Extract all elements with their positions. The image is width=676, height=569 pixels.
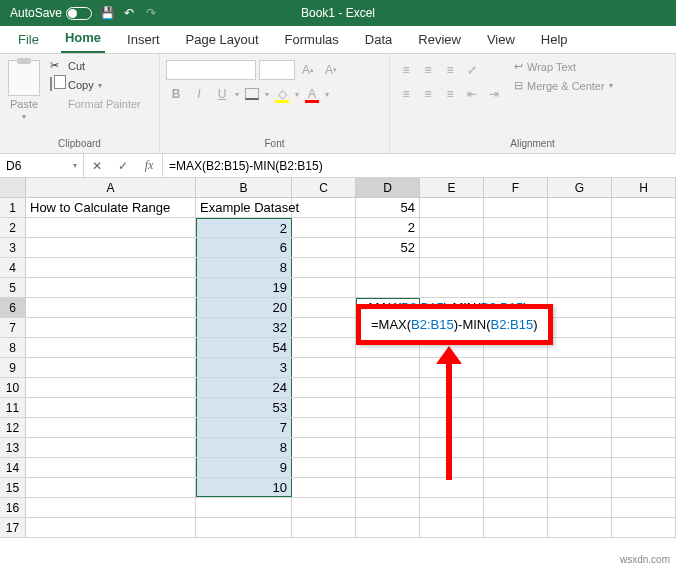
cell[interactable] xyxy=(292,198,356,217)
tab-view[interactable]: View xyxy=(483,26,519,53)
tab-insert[interactable]: Insert xyxy=(123,26,164,53)
cell[interactable]: 54 xyxy=(196,338,292,357)
cell[interactable] xyxy=(26,458,196,477)
cell[interactable]: 2 xyxy=(196,218,292,237)
cell[interactable] xyxy=(548,478,612,497)
cell[interactable]: 2 xyxy=(356,218,420,237)
format-painter-button[interactable]: Format Painter xyxy=(46,96,145,112)
cell[interactable] xyxy=(420,478,484,497)
cell[interactable]: 52 xyxy=(356,238,420,257)
tab-formulas[interactable]: Formulas xyxy=(281,26,343,53)
cell[interactable] xyxy=(420,258,484,277)
cell[interactable] xyxy=(26,438,196,457)
align-middle-icon[interactable]: ≡ xyxy=(418,60,438,80)
cell[interactable] xyxy=(548,498,612,517)
col-header-h[interactable]: H xyxy=(612,178,676,197)
cell[interactable] xyxy=(420,278,484,297)
cell[interactable] xyxy=(356,258,420,277)
row-header[interactable]: 9 xyxy=(0,358,26,377)
cell[interactable] xyxy=(26,498,196,517)
cell[interactable] xyxy=(612,498,676,517)
cell[interactable] xyxy=(292,498,356,517)
cell[interactable] xyxy=(548,518,612,537)
cell[interactable] xyxy=(356,458,420,477)
cell[interactable] xyxy=(196,518,292,537)
cell[interactable] xyxy=(292,238,356,257)
orientation-icon[interactable]: ⤢ xyxy=(462,60,482,80)
cell[interactable] xyxy=(548,258,612,277)
cell[interactable] xyxy=(356,278,420,297)
tab-file[interactable]: File xyxy=(14,26,43,53)
cell[interactable]: 32 xyxy=(196,318,292,337)
cell[interactable] xyxy=(26,398,196,417)
row-header[interactable]: 1 xyxy=(0,198,26,217)
tab-help[interactable]: Help xyxy=(537,26,572,53)
cell[interactable] xyxy=(612,358,676,377)
cell[interactable]: 3 xyxy=(196,358,292,377)
tab-data[interactable]: Data xyxy=(361,26,396,53)
underline-button[interactable]: U xyxy=(212,84,232,104)
cell[interactable] xyxy=(420,398,484,417)
cell[interactable] xyxy=(420,518,484,537)
cell[interactable] xyxy=(484,438,548,457)
copy-button[interactable]: Copy ▾ xyxy=(46,77,145,93)
undo-icon[interactable]: ↶ xyxy=(122,6,136,20)
cell[interactable] xyxy=(612,338,676,357)
cell[interactable]: 8 xyxy=(196,258,292,277)
row-header[interactable]: 14 xyxy=(0,458,26,477)
cell[interactable] xyxy=(420,458,484,477)
cell[interactable] xyxy=(356,478,420,497)
tab-home[interactable]: Home xyxy=(61,24,105,53)
paste-button[interactable]: Paste ▾ xyxy=(6,58,42,136)
cell[interactable] xyxy=(356,418,420,437)
cell[interactable] xyxy=(548,418,612,437)
cell[interactable] xyxy=(612,418,676,437)
merge-center-button[interactable]: ⊟Merge & Center ▾ xyxy=(514,79,613,92)
cell[interactable]: 20 xyxy=(196,298,292,317)
cell[interactable] xyxy=(484,398,548,417)
cell[interactable] xyxy=(548,378,612,397)
cell[interactable] xyxy=(420,498,484,517)
cell[interactable] xyxy=(612,238,676,257)
col-header-g[interactable]: G xyxy=(548,178,612,197)
cell[interactable] xyxy=(548,198,612,217)
cut-button[interactable]: ✂Cut xyxy=(46,58,145,74)
cell[interactable] xyxy=(26,518,196,537)
row-header[interactable]: 11 xyxy=(0,398,26,417)
bold-button[interactable]: B xyxy=(166,84,186,104)
col-header-c[interactable]: C xyxy=(292,178,356,197)
cell[interactable] xyxy=(612,438,676,457)
cell[interactable] xyxy=(484,518,548,537)
col-header-e[interactable]: E xyxy=(420,178,484,197)
cell[interactable] xyxy=(612,398,676,417)
cell[interactable]: 8 xyxy=(196,438,292,457)
cell[interactable] xyxy=(612,198,676,217)
cell[interactable]: 10 xyxy=(196,478,292,497)
cell[interactable] xyxy=(612,298,676,317)
cell[interactable] xyxy=(484,458,548,477)
cell[interactable] xyxy=(612,458,676,477)
cell[interactable]: 6 xyxy=(196,238,292,257)
row-header[interactable]: 7 xyxy=(0,318,26,337)
cell[interactable] xyxy=(26,378,196,397)
row-header[interactable]: 6 xyxy=(0,298,26,317)
decrease-font-icon[interactable]: A▾ xyxy=(321,60,341,80)
increase-indent-icon[interactable]: ⇥ xyxy=(484,84,504,104)
name-box[interactable]: D6▾ xyxy=(0,154,84,177)
cell[interactable] xyxy=(26,318,196,337)
font-size-select[interactable] xyxy=(259,60,295,80)
wrap-text-button[interactable]: ↩Wrap Text xyxy=(514,60,613,73)
cell[interactable] xyxy=(26,258,196,277)
cell[interactable] xyxy=(484,478,548,497)
cell[interactable] xyxy=(484,378,548,397)
row-header[interactable]: 17 xyxy=(0,518,26,537)
cell[interactable] xyxy=(484,358,548,377)
row-header[interactable]: 15 xyxy=(0,478,26,497)
cell[interactable] xyxy=(420,218,484,237)
cell[interactable] xyxy=(356,438,420,457)
cell[interactable] xyxy=(356,518,420,537)
decrease-indent-icon[interactable]: ⇤ xyxy=(462,84,482,104)
enter-formula-button[interactable]: ✓ xyxy=(110,159,136,173)
cell[interactable]: 9 xyxy=(196,458,292,477)
redo-icon[interactable]: ↷ xyxy=(144,6,158,20)
